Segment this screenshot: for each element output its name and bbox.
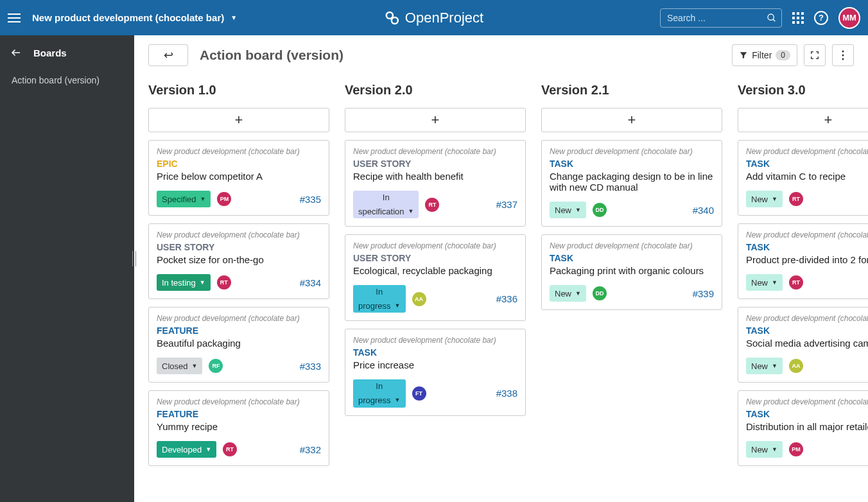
chevron-down-icon: ▼ [200, 196, 205, 202]
card-id[interactable]: #336 [496, 293, 517, 304]
sidebar-item-action-board[interactable]: Action board (version) [0, 70, 134, 91]
card-id[interactable]: #333 [300, 361, 321, 372]
add-card-button[interactable]: + [148, 108, 329, 132]
status-dropdown[interactable]: Closed▼ [157, 358, 202, 374]
assignee-avatar[interactable]: RT [425, 198, 439, 212]
card-id[interactable]: #338 [496, 388, 517, 399]
work-package-card[interactable]: New product development (chocolate bar)T… [541, 140, 722, 227]
card-id[interactable]: #334 [300, 277, 321, 288]
status-dropdown[interactable]: New▼ [746, 191, 783, 207]
menu-toggle[interactable] [8, 13, 21, 22]
card-type: TASK [550, 159, 714, 169]
card-project: New product development (chocolate bar) [746, 230, 868, 239]
card-type: FEATURE [157, 409, 321, 419]
brand-logo[interactable]: OpenProject [385, 10, 483, 26]
board-title: Action board (version) [200, 48, 343, 63]
card-project: New product development (chocolate bar) [746, 147, 868, 156]
card-id[interactable]: #339 [693, 288, 714, 299]
status-dropdown[interactable]: Inprogress▼ [353, 285, 406, 313]
project-selector[interactable]: New product development (chocolate bar) … [32, 12, 237, 23]
work-package-card[interactable]: New product development (chocolate bar)T… [738, 140, 868, 216]
work-package-card[interactable]: New product development (chocolate bar)T… [738, 390, 868, 466]
apps-icon[interactable] [792, 12, 804, 24]
work-package-card[interactable]: New product development (chocolate bar)U… [345, 234, 526, 321]
status-dropdown[interactable]: Developed▼ [157, 441, 216, 458]
assignee-avatar[interactable]: AA [789, 359, 803, 373]
assignee-avatar[interactable]: RF [209, 359, 223, 373]
card-title: Price below competitor A [157, 171, 321, 182]
work-package-card[interactable]: New product development (chocolate bar)U… [345, 140, 526, 227]
assignee-avatar[interactable]: PM [217, 192, 231, 206]
card-title: Beautiful packaging [157, 338, 321, 349]
assignee-avatar[interactable]: PM [789, 442, 803, 456]
card-title: Distribution in all major retailers [746, 421, 868, 432]
assignee-avatar[interactable]: RT [789, 192, 803, 206]
status-dropdown[interactable]: In testing▼ [157, 274, 211, 291]
chevron-down-icon: ▼ [395, 302, 401, 309]
work-package-card[interactable]: New product development (chocolate bar)F… [148, 307, 329, 383]
card-title: Add vitamin C to recipe [746, 171, 868, 182]
assignee-avatar[interactable]: AA [412, 292, 426, 306]
chevron-down-icon: ▼ [205, 446, 211, 453]
work-package-card[interactable]: New product development (chocolate bar)T… [345, 329, 526, 415]
work-package-card[interactable]: New product development (chocolate bar)U… [148, 223, 329, 299]
status-dropdown[interactable]: Inspecification▼ [353, 191, 419, 218]
status-dropdown[interactable]: Inprogress▼ [353, 379, 406, 407]
work-package-card[interactable]: New product development (chocolate bar)T… [541, 234, 722, 310]
status-dropdown[interactable]: New▼ [746, 358, 783, 374]
assignee-avatar[interactable]: RT [217, 275, 231, 290]
status-dropdown[interactable]: New▼ [550, 285, 586, 302]
project-name: New product development (chocolate bar) [32, 12, 224, 23]
svg-line-2 [392, 17, 393, 19]
more-menu-button[interactable] [832, 44, 854, 66]
status-dropdown[interactable]: New▼ [746, 441, 783, 458]
board-toolbar: ↩ Action board (version) Filter 0 [134, 35, 868, 75]
assignee-avatar[interactable]: RT [789, 275, 803, 290]
status-dropdown[interactable]: New▼ [746, 274, 783, 291]
card-footer: New▼RT#343 [746, 274, 868, 291]
card-type: TASK [746, 159, 868, 169]
work-package-card[interactable]: New product development (chocolate bar)E… [148, 140, 329, 216]
card-title: Recipe with health benefit [353, 171, 517, 182]
chevron-down-icon: ▼ [395, 397, 401, 404]
assignee-avatar[interactable]: FT [412, 386, 426, 401]
sidebar-resize-handle[interactable] [132, 251, 136, 266]
card-type: USER STORY [353, 253, 517, 263]
status-dropdown[interactable]: Specified▼ [157, 191, 211, 207]
svg-point-8 [842, 58, 844, 60]
chevron-down-icon: ▼ [408, 208, 414, 215]
card-footer: Inprogress▼AA#336 [353, 285, 517, 313]
arrow-left-icon [10, 47, 22, 58]
card-id[interactable]: #337 [496, 199, 517, 210]
assignee-avatar[interactable]: RT [223, 442, 237, 456]
add-card-button[interactable]: + [738, 108, 868, 132]
chevron-down-icon: ▼ [230, 14, 237, 21]
card-type: FEATURE [157, 325, 321, 336]
fullscreen-button[interactable] [804, 44, 826, 66]
work-package-card[interactable]: New product development (chocolate bar)F… [148, 390, 329, 466]
card-project: New product development (chocolate bar) [746, 314, 868, 323]
sidebar-back[interactable]: Boards [0, 47, 134, 70]
search-input[interactable] [660, 8, 782, 28]
assignee-avatar[interactable]: DD [593, 286, 607, 300]
topbar: New product development (chocolate bar) … [0, 0, 868, 35]
chevron-down-icon: ▼ [772, 446, 777, 453]
card-footer: New▼AA#342 [746, 358, 868, 374]
status-dropdown[interactable]: New▼ [550, 202, 586, 218]
assignee-avatar[interactable]: DD [593, 203, 607, 217]
help-icon[interactable]: ? [814, 11, 828, 25]
card-id[interactable]: #340 [693, 205, 714, 216]
add-card-button[interactable]: + [541, 108, 722, 132]
work-package-card[interactable]: New product development (chocolate bar)T… [738, 307, 868, 383]
add-card-button[interactable]: + [345, 108, 526, 132]
user-avatar[interactable]: MM [838, 7, 860, 29]
card-id[interactable]: #332 [300, 444, 321, 455]
chevron-down-icon: ▼ [575, 207, 581, 213]
work-package-card[interactable]: New product development (chocolate bar)T… [738, 223, 868, 299]
back-button[interactable]: ↩ [148, 44, 188, 66]
card-type: TASK [746, 409, 868, 419]
card-footer: New▼DD#340 [550, 202, 714, 218]
card-id[interactable]: #335 [300, 194, 321, 205]
filter-button[interactable]: Filter 0 [732, 44, 797, 66]
card-footer: New▼PM#341 [746, 441, 868, 458]
